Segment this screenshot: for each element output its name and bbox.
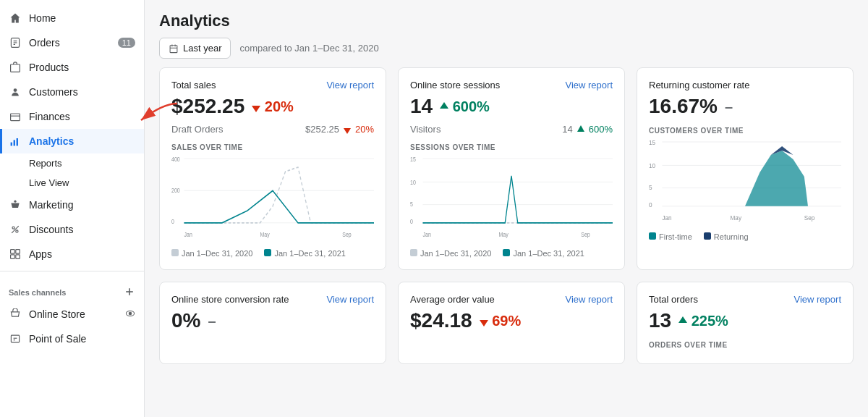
total-orders-title: Total orders — [649, 294, 698, 305]
sessions-card: Online store sessions View report 14 600… — [398, 67, 625, 270]
svg-text:May: May — [499, 230, 509, 238]
svg-text:Sep: Sep — [342, 230, 352, 238]
orders-badge: 11 — [118, 38, 135, 48]
sidebar-item-pos[interactable]: Point of Sale — [0, 327, 144, 351]
returning-value-row: 16.67% – — [649, 95, 841, 118]
reports-label: Reports — [29, 158, 62, 169]
avg-order-value: $24.18 — [410, 309, 472, 332]
sessions-chart: 15 10 5 0 Jan May Sep — [410, 154, 613, 241]
sessions-chart-label: SESSIONS OVER TIME — [410, 143, 613, 151]
svg-rect-24 — [11, 335, 19, 342]
conversion-change: – — [208, 313, 216, 329]
svg-text:Sep: Sep — [804, 214, 815, 222]
svg-rect-17 — [16, 250, 20, 254]
period-filter-button[interactable]: Last year — [159, 38, 231, 59]
sales-chart: 400 200 0 Jan May Sep — [171, 154, 374, 241]
svg-marker-70 — [678, 316, 687, 323]
sales-chart-label: SALES OVER TIME — [171, 143, 374, 151]
sidebar-item-home[interactable]: Home — [0, 6, 144, 30]
conversion-view-report[interactable]: View report — [326, 294, 374, 305]
total-sales-value-row: $252.25 20% — [171, 95, 374, 118]
total-orders-value: 13 — [649, 309, 671, 332]
svg-rect-4 — [11, 64, 20, 72]
total-sales-value: $252.25 — [171, 95, 244, 118]
avg-order-card: Average order value View report $24.18 6… — [398, 282, 625, 364]
svg-text:200: 200 — [171, 186, 180, 194]
conversion-header: Online store conversion rate View report — [171, 294, 374, 305]
total-sales-title: Total sales — [171, 80, 216, 90]
metric-label: Draft Orders — [171, 124, 224, 135]
sidebar-item-online-store[interactable]: Online Store — [0, 302, 144, 327]
first-time-legend: First-time — [649, 232, 692, 241]
conversion-title: Online store conversion rate — [171, 294, 289, 305]
returning-legend-item: Returning — [704, 232, 749, 241]
eye-icon[interactable] — [125, 308, 135, 321]
svg-rect-16 — [11, 250, 15, 254]
conversion-value-row: 0% – — [171, 309, 374, 332]
pos-icon — [9, 332, 22, 345]
returning-change: – — [725, 98, 733, 115]
sessions-value: 14 — [410, 95, 433, 118]
returning-legend: First-time Returning — [649, 232, 841, 241]
svg-rect-6 — [11, 114, 20, 121]
metric-value-row: $252.25 20% — [305, 124, 374, 135]
sidebar-sub-reports[interactable]: Reports — [0, 153, 144, 173]
sidebar-item-apps[interactable]: Apps — [0, 242, 144, 266]
finances-icon — [9, 110, 22, 123]
avg-order-view-report[interactable]: View report — [565, 294, 613, 305]
discounts-label: Discounts — [29, 224, 73, 235]
avg-order-header: Average order value View report — [410, 294, 613, 305]
sessions-view-report[interactable]: View report — [565, 80, 613, 90]
returning-chart: 15 10 5 0 Jan May Sep — [649, 138, 841, 224]
svg-point-12 — [14, 201, 16, 203]
avg-order-change: 69% — [480, 313, 522, 329]
total-orders-change: 225% — [678, 313, 728, 329]
conversion-card: Online store conversion rate View report… — [159, 282, 386, 364]
sidebar-item-finances[interactable]: Finances — [0, 104, 144, 129]
conversion-value: 0% — [171, 309, 200, 332]
svg-point-14 — [16, 230, 18, 232]
online-store-icon — [9, 308, 22, 321]
svg-text:0: 0 — [649, 201, 652, 208]
svg-text:Sep: Sep — [581, 230, 590, 238]
customers-icon — [9, 85, 22, 98]
analytics-icon — [9, 135, 22, 148]
sales-legend: Jan 1–Dec 31, 2020 Jan 1–Dec 31, 2021 — [171, 249, 374, 258]
legend-2020: Jan 1–Dec 31, 2020 — [171, 249, 252, 258]
svg-rect-10 — [17, 138, 18, 146]
total-sales-card: Total sales View report $252.25 20% Draf… — [159, 67, 386, 270]
sessions-title: Online store sessions — [410, 80, 500, 90]
svg-text:5: 5 — [649, 183, 652, 191]
svg-text:400: 400 — [171, 154, 180, 162]
sidebar-item-products[interactable]: Products — [0, 55, 144, 80]
returning-value: 16.67% — [649, 95, 718, 118]
sidebar-item-customers[interactable]: Customers — [0, 80, 144, 104]
total-sales-view-report[interactable]: View report — [326, 80, 374, 90]
sidebar-sub-liveview[interactable]: Live View — [0, 173, 144, 193]
total-sales-metric: Draft Orders $252.25 20% — [171, 124, 374, 135]
cards-container: Total sales View report $252.25 20% Draf… — [145, 67, 868, 417]
svg-text:Jan: Jan — [662, 214, 671, 222]
sessions-metric: Visitors 14 600% — [410, 124, 613, 135]
svg-point-13 — [12, 227, 14, 229]
svg-marker-44 — [577, 125, 584, 132]
svg-rect-9 — [14, 140, 15, 146]
returning-header: Returning customer rate — [649, 80, 841, 90]
add-channel-button[interactable] — [124, 286, 135, 299]
orders-label: Orders — [29, 37, 60, 49]
svg-marker-69 — [480, 320, 488, 327]
sidebar-item-marketing[interactable]: Marketing — [0, 193, 144, 217]
period-label: Last year — [183, 43, 221, 54]
marketing-icon — [9, 198, 22, 211]
sidebar-item-orders[interactable]: Orders 11 — [0, 30, 144, 55]
svg-text:15: 15 — [410, 154, 416, 162]
analytics-label: Analytics — [29, 135, 74, 147]
sidebar-item-analytics[interactable]: Analytics — [0, 129, 144, 153]
svg-text:5: 5 — [410, 200, 413, 208]
compare-text: compared to Jan 1–Dec 31, 2020 — [239, 43, 378, 54]
svg-rect-28 — [170, 45, 177, 52]
sidebar-item-discounts[interactable]: Discounts — [0, 217, 144, 242]
total-orders-view-report[interactable]: View report — [793, 294, 841, 305]
svg-text:15: 15 — [649, 138, 655, 146]
sessions-value-row: 14 600% — [410, 95, 613, 118]
